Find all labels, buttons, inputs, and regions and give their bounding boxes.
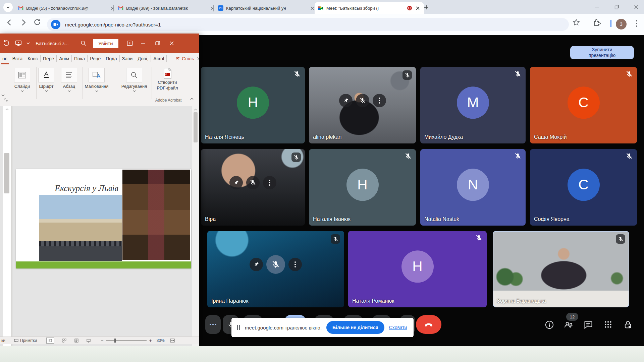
ribbon-tab-record[interactable]: Запи (120, 55, 136, 62)
tab-gmail-2[interactable]: Вхідні (389) - zoriana.baranetsk (115, 2, 219, 14)
ribbon-tab-transitions[interactable]: Пере (41, 55, 57, 62)
scrollbar-thumb[interactable] (194, 112, 198, 142)
window-close-button[interactable] (629, 0, 644, 14)
participant-tile[interactable]: N Natalia Nastuk (420, 149, 526, 226)
mic-off-icon (514, 153, 522, 160)
scroll-up-icon[interactable] (5, 108, 9, 110)
participant-tile-video[interactable]: Ірина Паранюк (207, 231, 344, 307)
ribbon-tab-design[interactable]: Конс (25, 55, 41, 62)
zoom-slider[interactable] (106, 340, 147, 341)
ribbon-group-create-pdf[interactable]: Створити PDF-файл (154, 68, 180, 90)
leave-call-button[interactable] (416, 315, 441, 334)
pin-button[interactable] (229, 176, 243, 189)
normal-view-button[interactable] (46, 338, 54, 344)
slide-canvas[interactable]: Екскурсія у Львів (16, 169, 191, 268)
new-tab-button[interactable] (422, 3, 431, 12)
ribbon-display-options-icon[interactable] (126, 40, 133, 47)
tab-meet-active[interactable]: Meet: "Батьківські збори (Г (315, 2, 424, 14)
participant-tile[interactable]: Н Наталія Іванюк (309, 149, 416, 226)
ribbon-tab-help[interactable]: Дові, (135, 55, 151, 62)
ribbon-tab-animations[interactable]: Анім (57, 55, 72, 62)
ribbon-tab-slideshow[interactable]: Пока (72, 55, 88, 62)
status-language[interactable]: ки (1, 338, 5, 343)
reload-button[interactable] (33, 18, 42, 26)
participant-tile[interactable]: М Михайло Дудка (420, 67, 526, 143)
mute-button[interactable] (356, 94, 369, 107)
zoom-percentage[interactable]: 33% (157, 338, 165, 343)
tab-calendar[interactable]: 29 Карпатський національний ун (215, 2, 319, 14)
stop-presenting-button[interactable]: Зупинити презентацію (570, 46, 634, 59)
pin-button[interactable] (339, 94, 353, 107)
profile-avatar[interactable]: 3 (616, 19, 627, 29)
extensions-icon[interactable] (593, 18, 601, 26)
ribbon-group-font[interactable]: Шрифт (38, 68, 54, 92)
meeting-details-button[interactable] (545, 320, 554, 329)
thumbnail-scrollbar-thumb[interactable] (4, 153, 9, 193)
window-minimize-button[interactable] (589, 0, 604, 14)
back-button[interactable] (5, 18, 14, 27)
slideshow-icon[interactable] (15, 40, 22, 47)
address-bar[interactable]: meet.google.com/pqe-nico-zrc?authuser=1 (47, 18, 569, 31)
zoom-out-button[interactable]: − (101, 338, 103, 343)
stop-sharing-button[interactable]: Більше не ділитися (326, 321, 384, 334)
browser-menu-button[interactable] (635, 19, 639, 28)
browser-tab-strip: Вхідні (55) - zorianaovchruk.8@ Вхідні (… (0, 0, 644, 14)
mute-button[interactable] (246, 176, 260, 189)
ribbon-tab-view[interactable]: Пода (103, 55, 120, 62)
tab-gmail-1[interactable]: Вхідні (55) - zorianaovchruk.8@ (15, 2, 119, 14)
activities-grid-button[interactable] (604, 320, 612, 329)
window-restore-button[interactable] (609, 0, 625, 14)
tab-scroll-right-icon[interactable] (197, 57, 200, 61)
search-icon[interactable] (80, 40, 87, 47)
notes-button[interactable]: Примітки (14, 338, 37, 343)
collapse-ribbon-icon[interactable] (190, 97, 194, 100)
undo-icon[interactable] (3, 40, 10, 47)
pane-splitter[interactable] (11, 106, 12, 362)
dialog-launcher-icon[interactable] (4, 98, 8, 102)
tile-more-options-button[interactable] (263, 176, 276, 189)
ppt-close-button[interactable] (169, 40, 175, 46)
participant-tile-video[interactable]: alina plekan (309, 67, 416, 143)
ppt-restore-button[interactable] (155, 40, 161, 46)
participant-tile-video[interactable]: Віра (201, 149, 305, 226)
more-controls-button[interactable] (205, 315, 221, 334)
ppt-share-button[interactable]: Спіль (175, 56, 194, 61)
ribbon-group-drawing[interactable]: Малювання (85, 68, 109, 92)
participant-tile[interactable]: Н Наталя Романюк (348, 231, 487, 307)
ribbon-tab-insert[interactable]: Вста (10, 55, 25, 62)
participant-tile[interactable]: Н Наталя Ясінець (201, 67, 305, 143)
bookmark-star-button[interactable] (572, 18, 580, 26)
forward-button[interactable] (19, 18, 28, 27)
people-panel-button[interactable] (564, 320, 574, 329)
tile-more-options-button[interactable] (288, 258, 302, 271)
self-view-tile[interactable]: Зоряна Баранецька (493, 231, 629, 307)
tile-more-options-button[interactable] (373, 94, 386, 107)
slide-sorter-view-button[interactable] (62, 339, 66, 343)
quick-access-dropdown-icon[interactable] (26, 41, 30, 45)
scroll-up-icon[interactable] (194, 108, 197, 111)
ribbon-group-paragraph[interactable]: Абзац (61, 68, 77, 92)
fit-slide-to-window-button[interactable] (170, 339, 175, 343)
hide-notification-link[interactable]: Сховати (389, 325, 407, 330)
ribbon-tab-review[interactable]: Реце (88, 55, 103, 62)
tab-close-icon[interactable] (415, 5, 421, 11)
participant-tile[interactable]: С Саша Мокрій (530, 67, 637, 143)
participant-tile[interactable]: С Софія Яворна (530, 149, 637, 226)
ribbon-group-slides[interactable]: Слайди (14, 68, 30, 92)
chat-panel-button[interactable] (584, 320, 593, 329)
slide-thumbnail-pane[interactable] (3, 106, 12, 362)
ribbon-group-editing[interactable]: Редагування (119, 68, 149, 92)
tab-search-button[interactable] (3, 3, 13, 12)
ribbon-tab-acrobat[interactable]: Acrol (151, 55, 167, 62)
pin-button[interactable] (250, 258, 263, 271)
host-controls-button[interactable] (623, 320, 633, 329)
browser-toolbar: meet.google.com/pqe-nico-zrc?authuser=1 … (0, 14, 644, 35)
ppt-minimize-button[interactable] (140, 40, 146, 46)
ribbon-tab-home[interactable]: нс (0, 55, 10, 62)
slideshow-view-button[interactable] (87, 339, 91, 343)
reading-view-button[interactable] (74, 339, 78, 343)
zoom-in-button[interactable]: + (149, 338, 152, 343)
editor-scrollbar[interactable] (192, 106, 199, 362)
sign-in-button[interactable]: Увійти (93, 39, 118, 48)
mute-button[interactable] (266, 255, 285, 274)
